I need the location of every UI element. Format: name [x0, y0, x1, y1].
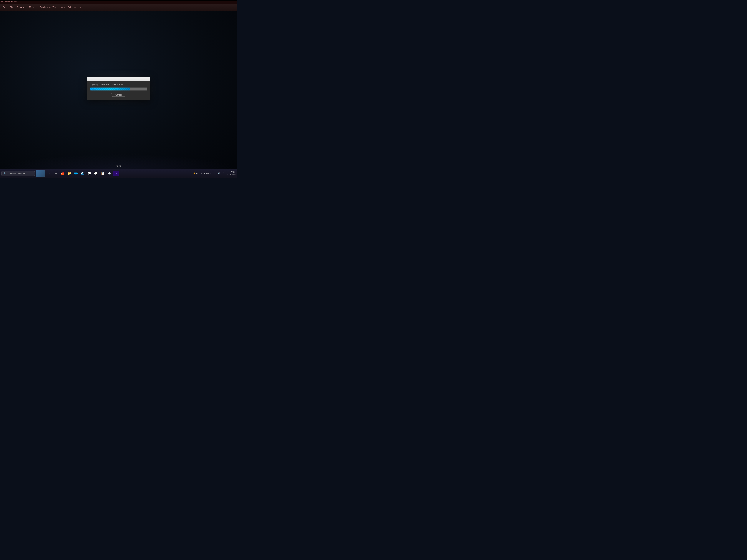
- menu-item-graphics[interactable]: Graphics and Titles: [38, 5, 59, 9]
- network-icon[interactable]: ↓: [215, 172, 216, 175]
- taskbar: 🔍 Type here to search ○ ⊟ 🍎 📁 🌐 🌊 💬 💬 📋 …: [0, 169, 237, 178]
- menu-item-clip[interactable]: Clip: [8, 5, 15, 9]
- search-icon: 🔍: [3, 172, 6, 175]
- taskbar-weather[interactable]: 👍 18°C Stark bewölkt: [193, 172, 212, 175]
- taskbar-icon-browser[interactable]: 🌐: [73, 170, 79, 177]
- taskbar-language[interactable]: POL PLP: [222, 171, 225, 176]
- weather-desc: Stark bewölkt: [201, 172, 212, 175]
- taskbar-icon-taskview[interactable]: ⊟: [53, 170, 59, 177]
- speaker-icon[interactable]: 🔊: [217, 172, 220, 175]
- taskbar-icon-files[interactable]: 📁: [66, 170, 72, 177]
- cancel-button[interactable]: Cancel: [111, 93, 126, 97]
- taskbar-sys-icons: ∧ ↓ 🔊: [213, 172, 220, 175]
- msi-logo: msi: [115, 164, 122, 167]
- taskbar-icon-premiere[interactable]: Pr: [113, 170, 119, 177]
- menu-item-sequence[interactable]: Sequence: [15, 5, 27, 9]
- menu-item-edit[interactable]: Edit: [1, 5, 8, 9]
- dialog-status-text: Opening project: DAD_2021_v2022...: [90, 83, 147, 86]
- menubar: Edit Clip Sequence Markers Graphics and …: [0, 4, 237, 11]
- taskbar-icons: ○ ⊟ 🍎 📁 🌐 🌊 💬 💬 📋 ☁️ Pr: [46, 170, 119, 177]
- menu-item-help[interactable]: Help: [77, 5, 85, 9]
- menu-item-window[interactable]: Window: [67, 5, 77, 9]
- chevron-up-icon[interactable]: ∧: [213, 172, 215, 175]
- loading-dialog: Opening project: DAD_2021_v2022... Cance…: [87, 77, 150, 100]
- taskbar-thumbnail[interactable]: [35, 170, 45, 177]
- menu-item-markers[interactable]: Markers: [28, 5, 38, 9]
- menu-item-view[interactable]: View: [59, 5, 67, 9]
- taskbar-icon-search[interactable]: ○: [46, 170, 52, 177]
- clock-time: 22:34: [226, 171, 236, 174]
- taskbar-icon-msg2[interactable]: 💬: [93, 170, 99, 177]
- language-region: PLP: [222, 174, 225, 176]
- taskbar-icon-app1[interactable]: 🍎: [60, 170, 66, 177]
- clock-date: 10.07.2022: [226, 174, 236, 176]
- taskbar-search-box[interactable]: 🔍 Type here to search: [1, 171, 35, 176]
- circle-icon: ○: [49, 172, 50, 175]
- dialog-title-bar: [87, 77, 150, 81]
- taskbar-search-placeholder: Type here to search: [7, 172, 25, 175]
- progress-fill: [90, 87, 130, 90]
- language-code: POL: [222, 171, 225, 174]
- taskbar-icon-edge[interactable]: 🌊: [80, 170, 85, 177]
- taskbar-system-tray: 👍 18°C Stark bewölkt ∧ ↓ 🔊 POL PLP 22:34…: [193, 171, 237, 176]
- taskbar-icon-cloud[interactable]: ☁️: [106, 170, 112, 177]
- taskbar-icon-clipboard[interactable]: 📋: [100, 170, 106, 177]
- top-bezel: [0, 0, 237, 1]
- taskbar-icon-msg1[interactable]: 💬: [86, 170, 92, 177]
- taskbar-clock[interactable]: 22:34 10.07.2022: [226, 171, 236, 176]
- weather-icon: 👍: [193, 172, 195, 175]
- weather-temp: 18°C: [196, 172, 200, 175]
- taskview-icon: ⊟: [55, 172, 57, 175]
- premiere-icon-label: Pr: [115, 172, 117, 175]
- progress-remaining: [130, 87, 147, 90]
- progress-bar-container: [90, 87, 147, 90]
